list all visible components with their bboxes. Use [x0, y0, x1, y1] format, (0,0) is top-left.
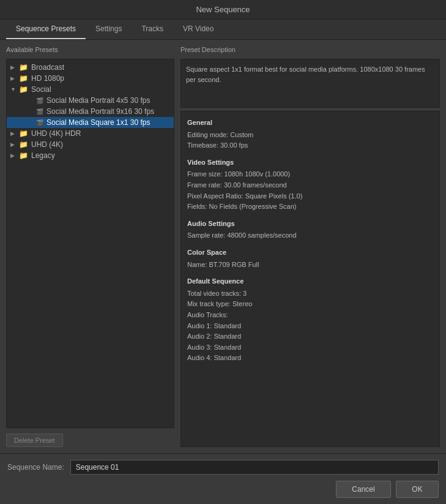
detail-line: Mix track type: Stereo: [187, 299, 433, 310]
tree-label: Social Media Square 1x1 30 fps: [46, 118, 150, 127]
tree-item-legacy[interactable]: ▶ 📁 Legacy: [7, 150, 174, 161]
arrow-icon: ▶: [10, 152, 19, 159]
right-panel: Preset Description Square aspect 1x1 for…: [180, 46, 440, 447]
preset-description-label: Preset Description: [180, 46, 440, 53]
folder-icon: 📁: [19, 140, 28, 149]
tab-tracks[interactable]: Tracks: [132, 20, 173, 39]
arrow-icon: ▶: [10, 141, 19, 148]
tree-item-portrait-4x5[interactable]: 🎬 Social Media Portrait 4x5 30 fps: [7, 95, 174, 106]
preset-description-text: Square aspect 1x1 format best for social…: [186, 66, 425, 83]
left-panel: Available Presets ▶ 📁 Broadcast ▶ 📁 HD 1…: [6, 46, 174, 447]
detail-line: Audio 3: Standard: [187, 342, 433, 353]
detail-section-audio: Audio Settings Sample rate: 48000 sample…: [187, 219, 433, 241]
tree-label: HD 1080p: [31, 74, 64, 83]
tab-settings[interactable]: Settings: [86, 20, 132, 39]
file-icon: 🎬: [36, 97, 43, 104]
tree-item-portrait-9x16[interactable]: 🎬 Social Media Portrait 9x16 30 fps: [7, 106, 174, 117]
tree-label: Social: [31, 85, 51, 94]
tree-label: Social Media Portrait 9x16 30 fps: [46, 107, 154, 116]
arrow-icon: ▶: [10, 130, 19, 137]
detail-line: Total video tracks: 3: [187, 288, 433, 299]
file-icon: 🎬: [36, 119, 43, 126]
tree-item-uhd4k-hdr[interactable]: ▶ 📁 UHD (4K) HDR: [7, 128, 174, 139]
new-sequence-dialog: New Sequence Sequence Presets Settings T…: [0, 0, 446, 504]
tree-item-broadcast[interactable]: ▶ 📁 Broadcast: [7, 62, 174, 73]
tree-label: Broadcast: [31, 63, 64, 72]
available-presets-label: Available Presets: [6, 46, 174, 53]
ok-button[interactable]: OK: [396, 481, 439, 498]
arrow-icon: ▶: [10, 64, 19, 70]
tree-label: UHD (4K): [31, 140, 63, 149]
folder-icon: 📁: [19, 151, 28, 160]
detail-line: Pixel Aspect Ratio: Square Pixels (1.0): [187, 191, 433, 202]
tab-bar: Sequence Presets Settings Tracks VR Vide…: [0, 20, 446, 40]
tab-sequence-presets[interactable]: Sequence Presets: [6, 20, 86, 39]
detail-line: Sample rate: 48000 samples/second: [187, 230, 433, 241]
cancel-button[interactable]: Cancel: [336, 481, 391, 498]
detail-line: Audio 1: Standard: [187, 321, 433, 332]
arrow-icon: ▼: [10, 86, 19, 92]
sequence-name-row: Sequence Name:: [7, 460, 439, 475]
preset-tree[interactable]: ▶ 📁 Broadcast ▶ 📁 HD 1080p ▼ 📁 Social: [6, 59, 174, 428]
detail-line: Frame size: 1080h 1080v (1.0000): [187, 169, 433, 180]
arrow-icon: ▶: [10, 75, 19, 81]
tree-label: UHD (4K) HDR: [31, 129, 81, 138]
bottom-bar: Sequence Name: Cancel OK: [0, 453, 446, 504]
button-row: Cancel OK: [7, 481, 439, 498]
detail-heading-video: Video Settings: [187, 157, 433, 168]
title-bar: New Sequence: [0, 0, 446, 20]
detail-line: Fields: No Fields (Progressive Scan): [187, 201, 433, 213]
folder-icon: 📁: [19, 63, 28, 72]
detail-heading-general: General: [187, 118, 433, 129]
tree-label: Social Media Portrait 4x5 30 fps: [46, 96, 150, 105]
detail-line: Audio Tracks:: [187, 310, 433, 321]
detail-heading-color: Color Space: [187, 247, 433, 258]
tab-vr-video[interactable]: VR Video: [173, 20, 223, 39]
tree-label: Legacy: [31, 151, 55, 160]
dialog-title: New Sequence: [196, 5, 250, 14]
delete-preset-button[interactable]: Delete Preset: [6, 434, 63, 447]
detail-line: Audio 2: Standard: [187, 331, 433, 342]
tree-item-social[interactable]: ▼ 📁 Social: [7, 84, 174, 95]
file-icon: 🎬: [36, 108, 43, 115]
tree-item-square-1x1[interactable]: 🎬 Social Media Square 1x1 30 fps: [7, 117, 174, 128]
main-content: Available Presets ▶ 📁 Broadcast ▶ 📁 HD 1…: [0, 40, 446, 453]
tree-item-hd1080p[interactable]: ▶ 📁 HD 1080p: [7, 73, 174, 84]
detail-line: Timebase: 30.00 fps: [187, 140, 433, 151]
preset-description-box: Square aspect 1x1 format best for social…: [180, 59, 440, 108]
preset-detail-box: General Editing mode: Custom Timebase: 3…: [180, 111, 440, 447]
tree-item-uhd4k[interactable]: ▶ 📁 UHD (4K): [7, 139, 174, 150]
folder-icon: 📁: [19, 129, 28, 138]
detail-section-default-seq: Default Sequence Total video tracks: 3 M…: [187, 276, 433, 364]
folder-icon: 📁: [19, 85, 28, 94]
sequence-name-input[interactable]: [70, 460, 439, 475]
detail-line: Editing mode: Custom: [187, 130, 433, 141]
detail-heading-audio: Audio Settings: [187, 219, 433, 230]
detail-heading-default-seq: Default Sequence: [187, 276, 433, 287]
detail-section-general: General Editing mode: Custom Timebase: 3…: [187, 118, 433, 151]
folder-icon: 📁: [19, 74, 28, 83]
detail-line: Name: BT.709 RGB Full: [187, 260, 433, 271]
detail-section-color: Color Space Name: BT.709 RGB Full: [187, 247, 433, 270]
delete-preset-container: Delete Preset: [6, 434, 174, 447]
detail-section-video: Video Settings Frame size: 1080h 1080v (…: [187, 157, 433, 213]
sequence-name-label: Sequence Name:: [7, 463, 64, 472]
detail-line: Frame rate: 30.00 frames/second: [187, 180, 433, 191]
detail-line: Audio 4: Standard: [187, 353, 433, 364]
